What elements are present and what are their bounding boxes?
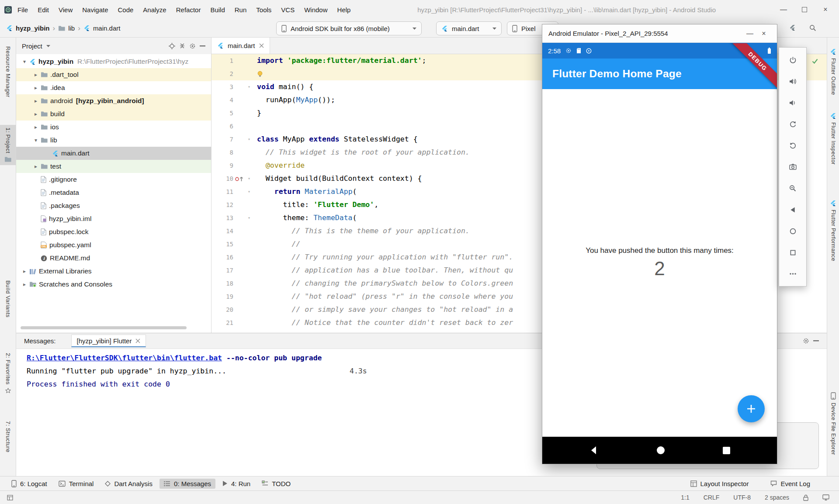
chevron-down-icon[interactable]: ▾ [31, 137, 41, 143]
override-marker-icon[interactable] [233, 176, 246, 182]
toolwindow-todo[interactable]: TODO [257, 479, 295, 489]
chevron-right-icon[interactable]: ▸ [31, 124, 41, 130]
code-text[interactable]: // Notice that the counter didn't reset … [253, 316, 513, 329]
code-text[interactable]: // changing the primarySwatch below to C… [253, 277, 513, 290]
code-text[interactable]: runApp(MyApp()); [253, 93, 335, 107]
nav-back-button[interactable] [589, 445, 599, 456]
code-text[interactable] [253, 120, 257, 133]
screen-share-icon[interactable] [822, 494, 829, 501]
search-icon[interactable] [809, 24, 816, 31]
tree-item-readme-md[interactable]: iREADME.md [16, 252, 211, 265]
breadcrumb-folder[interactable]: lib [68, 24, 75, 32]
menu-build[interactable]: Build [205, 4, 229, 15]
hide-panel-icon[interactable] [200, 45, 205, 47]
tree-item-external-libraries[interactable]: ▸External Libraries [16, 265, 211, 278]
flutter-attach-icon[interactable] [789, 24, 796, 31]
chevron-right-icon[interactable]: ▸ [31, 72, 41, 78]
messages-tab-flutter[interactable]: [hyzp_yibin] Flutter [71, 335, 146, 347]
close-button[interactable]: × [820, 6, 831, 14]
device-selector[interactable]: Android SDK built for x86 (mobile) [276, 21, 422, 35]
menu-view[interactable]: View [54, 4, 77, 15]
chevron-right-icon[interactable]: ▸ [31, 98, 41, 104]
menu-navigate[interactable]: Navigate [77, 4, 113, 15]
breadcrumb-project[interactable]: hyzp_yibin [16, 24, 50, 32]
tool-stripe-2-favorites[interactable]: 2: Favorites [0, 350, 16, 396]
run-config-selector[interactable]: main.dart [436, 21, 502, 35]
status-indent[interactable]: 2 spaces [765, 494, 789, 501]
code-text[interactable]: import 'package:flutter/material.dart'; [253, 54, 426, 67]
horizontal-scrollbar[interactable] [21, 326, 187, 329]
intention-bulb-icon[interactable] [257, 71, 263, 77]
code-text[interactable]: // This is the theme of your application… [253, 224, 470, 238]
status-line-separator[interactable]: CRLF [704, 494, 720, 501]
tree-item-build[interactable]: ▸build [16, 107, 211, 121]
code-text[interactable]: // This widget is the root of your appli… [253, 146, 470, 159]
lock-icon[interactable] [803, 494, 808, 501]
fold-marker[interactable]: ▾ [246, 133, 253, 146]
code-text[interactable]: // [253, 238, 300, 251]
tree-item-dart-tool[interactable]: ▸.dart_tool [16, 68, 211, 81]
toolwindow-6-logcat[interactable]: 6: Logcat [7, 479, 52, 489]
tool-stripe-7-structure[interactable]: 7: Structure [0, 418, 16, 455]
toolwindow-event-log[interactable]: Event Log [766, 479, 815, 489]
chevron-right-icon[interactable]: ▸ [31, 111, 41, 117]
menu-analyze[interactable]: Analyze [138, 4, 171, 15]
tree-item-gitignore[interactable]: .gitignore [16, 173, 211, 186]
emulator-close-button[interactable]: × [757, 30, 771, 38]
menu-tools[interactable]: Tools [251, 4, 276, 15]
chevron-right-icon[interactable]: ▸ [31, 85, 41, 91]
toolwindow-dart-analysis[interactable]: Dart Analysis [101, 479, 157, 489]
toolwindow-4-run[interactable]: 4: Run [218, 479, 255, 489]
tree-item-android[interactable]: ▸android[hyzp_yibin_android] [16, 94, 211, 107]
nav-home-button[interactable] [656, 445, 666, 455]
close-icon[interactable] [259, 43, 264, 48]
inspections-ok-icon[interactable] [812, 59, 818, 64]
collapse-all-icon[interactable] [179, 43, 185, 49]
tree-item-main-dart[interactable]: main.dart [16, 147, 211, 160]
minimize-button[interactable]: — [778, 6, 789, 14]
gear-icon[interactable] [189, 43, 196, 49]
tree-item-metadata[interactable]: .metadata [16, 186, 211, 199]
tree-item-idea[interactable]: ▸.idea [16, 81, 211, 94]
toolwindow-switcher-icon[interactable] [7, 495, 13, 501]
menu-file[interactable]: File [13, 4, 33, 15]
tree-item-test[interactable]: ▸test [16, 160, 211, 173]
emulator-more-button[interactable] [785, 267, 800, 280]
emulator-minimize-button[interactable]: — [743, 30, 757, 38]
fold-marker[interactable]: ▾ [246, 172, 253, 185]
tree-item-pubspec-lock[interactable]: pubspec.lock [16, 225, 211, 238]
gear-icon[interactable] [803, 338, 809, 344]
toolwindow-layout-inspector[interactable]: Layout Inspector [686, 479, 753, 489]
tool-stripe-flutter-performance[interactable]: Flutter Performance [827, 197, 839, 264]
emulator-zoom-button[interactable] [785, 182, 800, 195]
menu-code[interactable]: Code [113, 4, 138, 15]
emulator-titlebar[interactable]: Android Emulator - Pixel_2_API_29:5554 —… [542, 24, 777, 43]
fold-marker[interactable]: ▾ [246, 211, 253, 224]
tree-item-lib[interactable]: ▾lib [16, 134, 211, 147]
fab-increment-button[interactable] [738, 395, 765, 422]
maximize-button[interactable] [799, 7, 810, 12]
fold-marker[interactable]: ▾ [246, 185, 253, 198]
emulator-volume-up-button[interactable] [785, 75, 800, 88]
emulator-rotate-left-button[interactable] [785, 117, 800, 131]
nav-recents-button[interactable] [722, 446, 731, 455]
code-text[interactable]: Widget build(BuildContext context) { [253, 172, 422, 185]
emulator-back-button[interactable] [785, 203, 800, 216]
tree-item-hyzp-yibin-iml[interactable]: hyzp_yibin.iml [16, 212, 211, 225]
code-text[interactable]: return MaterialApp( [253, 185, 357, 198]
console-command-link[interactable]: R:\Flutter\FlutterSDK\flutter\bin\flutte… [27, 354, 222, 362]
code-text[interactable] [253, 67, 266, 80]
chevron-down-icon[interactable] [46, 45, 50, 47]
tool-stripe-resource-manager[interactable]: Resource Manager [0, 44, 16, 100]
tool-stripe-device-file-explorer[interactable]: Device File Explorer [827, 390, 839, 458]
close-icon[interactable] [135, 338, 140, 343]
project-panel-title[interactable]: Project [22, 42, 42, 50]
tree-item-pubspec-yaml[interactable]: YMLpubspec.yaml [16, 238, 211, 252]
menu-window[interactable]: Window [299, 4, 332, 15]
code-text[interactable]: // "hot reload" (press "r" in the consol… [253, 290, 513, 303]
code-text[interactable]: } [253, 107, 261, 120]
menu-vcs[interactable]: VCS [276, 4, 299, 15]
fold-marker[interactable]: ▾ [246, 80, 253, 93]
chevron-right-icon[interactable]: ▸ [20, 281, 29, 287]
code-text[interactable]: // application has a blue toolbar. Then,… [253, 264, 513, 277]
